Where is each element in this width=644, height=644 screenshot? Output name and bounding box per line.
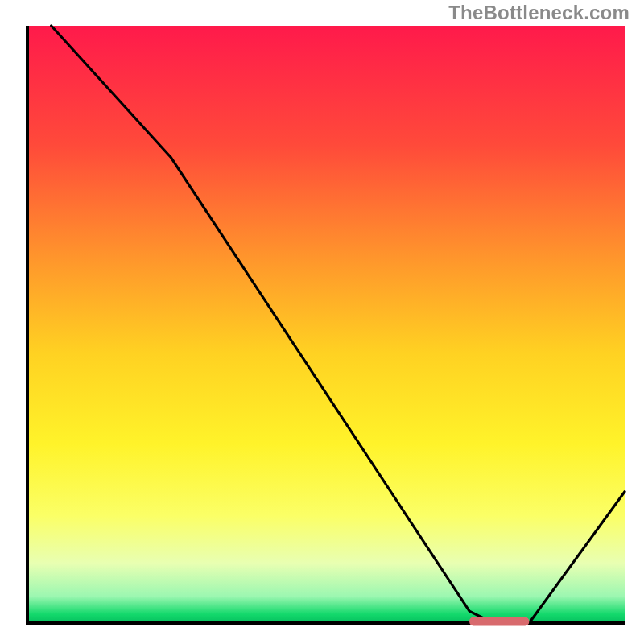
plot-background [27,26,625,623]
optimum-marker [469,617,529,626]
watermark-text: TheBottleneck.com [448,2,630,24]
bottleneck-chart [0,0,644,644]
chart-container: TheBottleneck.com [0,0,644,644]
